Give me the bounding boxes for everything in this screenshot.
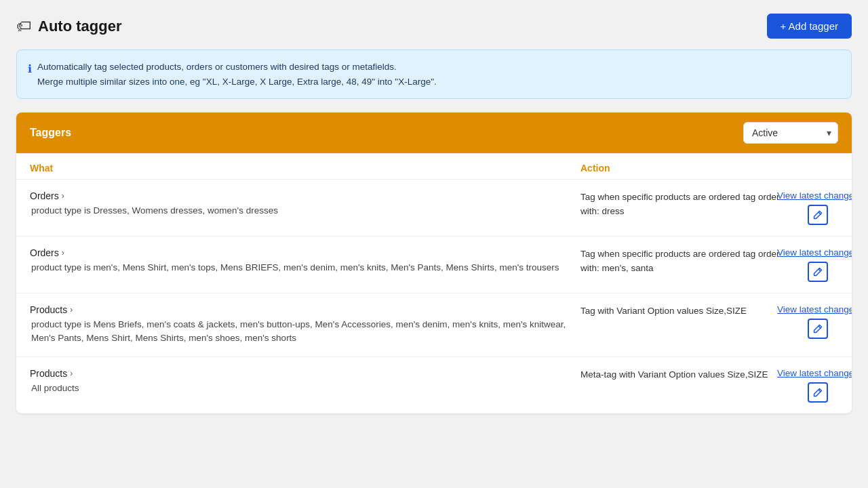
chevron-right-icon: › [70,305,73,314]
what-type: Products › [30,368,580,379]
what-detail: product type is men's, Mens Shirt, men's… [30,261,580,274]
status-select[interactable]: Active Inactive All [743,122,838,144]
action-cell: Tag when specific products are ordered t… [580,247,797,276]
title-area: 🏷 Auto tagger [16,18,121,35]
links-edit-col: View latest changes [797,247,838,282]
taggers-title: Taggers [30,127,71,139]
what-cell: Orders › product type is men's, Mens Shi… [30,247,580,274]
table-row: Products › product type is Mens Briefs, … [16,293,852,357]
what-detail: product type is Dresses, Womens dresses,… [30,204,580,218]
edit-button[interactable] [808,382,828,403]
what-detail: All products [30,382,580,395]
add-tagger-button[interactable]: + Add tagger [767,14,852,39]
links-edit-col: View latest changes [797,368,838,403]
what-cell: Products › All products [30,368,580,395]
what-type: Orders › [30,247,580,258]
edit-icon [813,324,823,333]
chevron-right-icon: › [62,191,64,201]
what-detail: product type is Mens Briefs, men's coats… [30,318,580,346]
what-type: Products › [30,304,580,315]
what-type: Orders › [30,190,580,201]
chevron-right-icon: › [62,248,64,258]
edit-button[interactable] [808,319,828,339]
info-banner: ℹ Automatically tag selected products, o… [16,49,852,99]
edit-button[interactable] [808,205,828,225]
table-col-headers: What Action [16,153,852,180]
taggers-section: Taggers Active Inactive All ▾ What Actio… [16,113,852,413]
edit-icon [813,388,823,397]
info-line2: Merge multiple similar sizes into one, e… [37,75,437,89]
links-edit-col: View latest changes [797,304,838,339]
what-cell: Orders › product type is Dresses, Womens… [30,190,580,218]
view-latest-changes-link[interactable]: View latest changes [777,304,852,314]
table-row: Orders › product type is Dresses, Womens… [16,180,852,237]
col-action-header: Action [580,163,797,174]
info-line1: Automatically tag selected products, ord… [37,60,437,75]
view-latest-changes-link[interactable]: View latest changes [777,247,852,258]
col-what-header: What [30,163,580,174]
info-icon: ℹ [28,60,32,78]
edit-button[interactable] [808,262,828,282]
taggers-header: Taggers Active Inactive All ▾ [16,113,852,153]
view-latest-changes-link[interactable]: View latest changes [777,190,852,201]
action-cell: Tag when specific products are ordered t… [580,190,797,219]
links-edit-col: View latest changes [797,190,838,225]
table-row: Orders › product type is men's, Mens Shi… [16,237,852,293]
edit-icon [813,210,823,220]
page-title: Auto tagger [38,18,121,35]
taggers-table: Orders › product type is Dresses, Womens… [16,180,852,413]
page-header: 🏷 Auto tagger + Add tagger [16,14,852,39]
edit-icon [813,267,823,277]
chevron-right-icon: › [70,369,73,378]
what-cell: Products › product type is Mens Briefs, … [30,304,580,346]
view-latest-changes-link[interactable]: View latest changes [777,368,852,378]
table-row: Products › All products Meta-tag with Va… [16,357,852,413]
action-cell: Tag with Variant Option values Size,SIZE [580,304,797,319]
autotagger-icon: 🏷 [16,18,31,35]
action-cell: Meta-tag with Variant Option values Size… [580,368,797,382]
status-filter-wrapper[interactable]: Active Inactive All ▾ [743,122,838,144]
